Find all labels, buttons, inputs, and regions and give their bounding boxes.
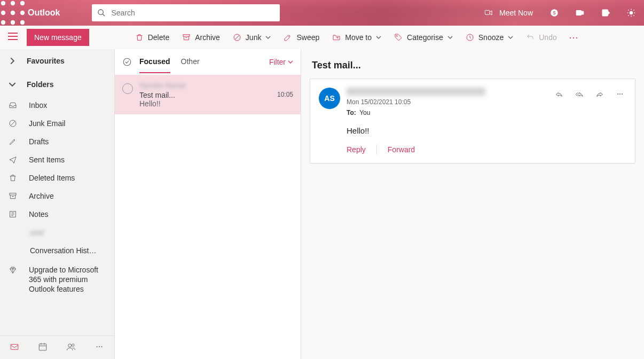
- favourites-section[interactable]: Favourites: [0, 49, 114, 73]
- svg-point-43: [622, 93, 622, 94]
- chevron-down-icon: [447, 35, 453, 40]
- tab-other[interactable]: Other: [181, 57, 200, 73]
- clock-icon: [466, 33, 474, 42]
- undo-button[interactable]: Undo: [520, 26, 563, 49]
- snooze-button[interactable]: Snooze: [459, 26, 520, 49]
- more-actions-icon[interactable]: [614, 88, 626, 100]
- svg-point-38: [99, 346, 100, 347]
- chevron-down-icon: [288, 59, 293, 65]
- sidebar-item-junk[interactable]: Junk Email: [0, 114, 114, 132]
- junk-button[interactable]: Junk: [226, 26, 278, 49]
- folder-move-icon: [332, 33, 341, 42]
- svg-line-10: [103, 14, 105, 16]
- archive-label: Archive: [195, 33, 220, 42]
- pencil-icon: [9, 137, 17, 146]
- sidebar-item-conversation-history[interactable]: Conversation Hist…: [0, 241, 114, 260]
- forward-arrow-icon[interactable]: [593, 88, 606, 100]
- sidebar-item-deleted[interactable]: Deleted Items: [0, 169, 114, 187]
- nav-people-icon[interactable]: [57, 342, 85, 354]
- svg-point-35: [68, 344, 71, 347]
- svg-point-4: [11, 11, 15, 15]
- email-quick-actions: [553, 88, 626, 100]
- svg-point-36: [72, 344, 74, 346]
- reply-icon[interactable]: [553, 88, 566, 100]
- sidebar-item-drafts[interactable]: Drafts: [0, 132, 114, 151]
- svg-rect-31: [39, 344, 46, 350]
- tab-focused[interactable]: Focused: [139, 57, 170, 73]
- toolbar: New message Delete Archive Junk Sweep Mo…: [0, 26, 644, 49]
- diamond-icon: [9, 266, 17, 275]
- sidebar-item-inbox[interactable]: Inbox: [0, 96, 114, 114]
- reply-all-icon[interactable]: [573, 88, 586, 100]
- new-message-button[interactable]: New message: [27, 29, 89, 46]
- inbox-label: Inbox: [29, 101, 47, 110]
- email-body: Hello!!: [347, 126, 626, 135]
- snooze-label: Snooze: [478, 33, 504, 42]
- inbox-icon: [9, 101, 17, 110]
- svg-point-42: [619, 93, 620, 94]
- message-list-item[interactable]: Sender Name Test mail... Hello!! 10:05: [115, 75, 301, 114]
- app-brand-title: Outlook: [28, 8, 60, 18]
- svg-rect-11: [485, 10, 490, 14]
- message-list-header: Focused Other Filter: [115, 49, 301, 75]
- nav-toggle-icon[interactable]: [0, 33, 26, 42]
- app-header: Outlook Meet Now S: [0, 0, 644, 26]
- meet-now-label: Meet Now: [499, 9, 533, 17]
- filter-button[interactable]: Filter: [269, 58, 293, 66]
- teams-icon[interactable]: [567, 0, 593, 26]
- sidebar-item-archive[interactable]: Archive: [0, 187, 114, 205]
- message-time: 10:05: [277, 91, 293, 98]
- settings-icon[interactable]: [618, 0, 644, 26]
- skype-icon[interactable]: S: [541, 0, 567, 26]
- reading-pane: Test mail... AS Mon 15/02/2021 10:05 To:…: [301, 49, 644, 359]
- sidebar-item-account[interactable]: user: [0, 223, 114, 241]
- archive-folder-label: Archive: [29, 192, 54, 200]
- nav-mail-icon[interactable]: [0, 342, 28, 354]
- message-list-pane: Focused Other Filter Sender Name Test ma…: [114, 49, 301, 359]
- upgrade-label: Upgrade to Microsoft 365 with premium Ou…: [29, 265, 106, 294]
- email-to: To: You: [347, 109, 546, 116]
- svg-rect-30: [11, 344, 18, 349]
- sweep-icon: [284, 33, 292, 42]
- delete-button[interactable]: Delete: [129, 26, 176, 49]
- chevron-down-icon: [508, 35, 513, 40]
- categorise-button[interactable]: Categorise: [388, 26, 459, 49]
- my-day-icon[interactable]: [593, 0, 618, 26]
- trash-icon: [135, 33, 144, 42]
- nav-more-icon[interactable]: [85, 342, 113, 354]
- header-right: Meet Now S: [475, 0, 644, 26]
- svg-point-0: [1, 1, 5, 5]
- svg-line-23: [235, 35, 239, 40]
- search-wrapper: [92, 4, 280, 21]
- toolbar-more-button[interactable]: ⋯: [563, 33, 584, 42]
- chevron-down-icon: [376, 35, 381, 40]
- svg-point-39: [101, 346, 102, 347]
- drafts-label: Drafts: [29, 137, 49, 146]
- avatar: AS: [319, 88, 340, 109]
- archive-icon: [182, 33, 191, 42]
- sidebar-item-sent[interactable]: Sent Items: [0, 151, 114, 169]
- to-label: To:: [347, 109, 356, 116]
- meet-now-button[interactable]: Meet Now: [475, 9, 541, 17]
- sweep-button[interactable]: Sweep: [277, 26, 326, 49]
- select-message-checkbox[interactable]: [122, 83, 133, 94]
- account-label: user: [30, 228, 44, 237]
- delete-label: Delete: [148, 33, 169, 42]
- reply-link[interactable]: Reply: [347, 145, 366, 154]
- folders-section[interactable]: Folders: [0, 73, 114, 96]
- folders-label: Folders: [27, 80, 54, 89]
- move-to-button[interactable]: Move to: [326, 26, 388, 49]
- search-input[interactable]: [111, 9, 274, 17]
- forward-link[interactable]: Forward: [388, 145, 415, 154]
- nav-calendar-icon[interactable]: [28, 342, 57, 354]
- move-to-label: Move to: [345, 33, 372, 42]
- archive-button[interactable]: Archive: [176, 26, 226, 49]
- search-box[interactable]: [92, 4, 280, 21]
- app-launcher-icon[interactable]: [0, 0, 26, 26]
- svg-rect-14: [576, 11, 581, 15]
- sidebar-item-upgrade[interactable]: Upgrade to Microsoft 365 with premium Ou…: [0, 260, 114, 300]
- select-all-icon[interactable]: [122, 57, 132, 67]
- sidebar-item-notes[interactable]: Notes: [0, 205, 114, 223]
- archive-icon: [9, 192, 17, 200]
- svg-point-6: [1, 20, 5, 25]
